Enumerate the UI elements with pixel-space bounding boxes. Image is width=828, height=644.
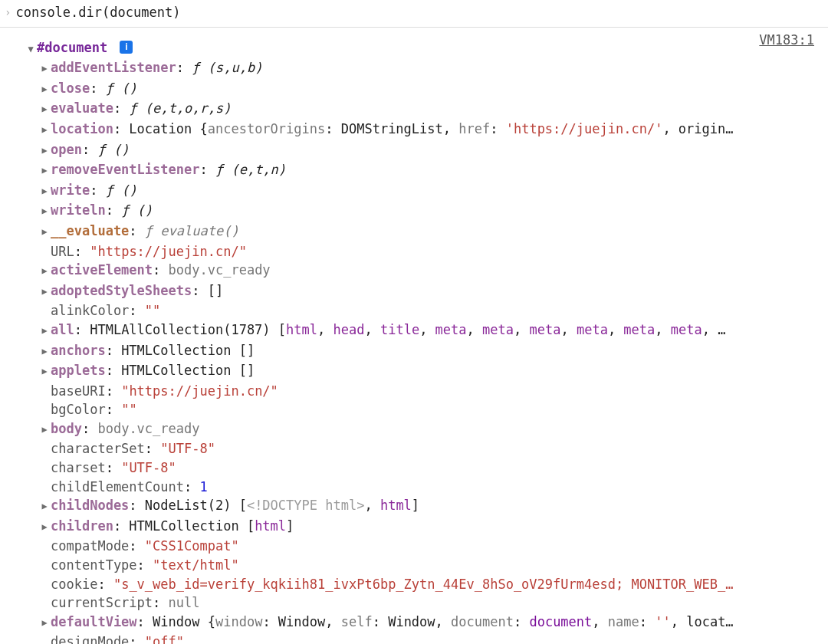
property-value-segment: <!DOCTYPE html> bbox=[247, 498, 365, 513]
property-value-segment: , … bbox=[702, 322, 726, 337]
expand-arrow-right-icon[interactable]: ▶ bbox=[40, 100, 49, 119]
property-row: alinkColor: "" bbox=[40, 301, 828, 320]
property-value-segment: : bbox=[129, 538, 144, 554]
property-value-segment: , bbox=[364, 322, 380, 337]
property-key: designMode bbox=[51, 634, 129, 644]
property-value-segment: : bbox=[199, 162, 215, 177]
expand-arrow-right-icon[interactable]: ▶ bbox=[40, 342, 49, 361]
property-content: removeEventListener: ƒ (e,t,n) bbox=[51, 160, 828, 179]
property-content: childElementCount: 1 bbox=[51, 478, 828, 497]
property-content: addEventListener: ƒ (s,u,b) bbox=[51, 58, 828, 77]
property-key: childNodes bbox=[51, 498, 129, 513]
property-value-segment: head bbox=[334, 322, 365, 337]
tree-root[interactable]: ▼#document i bbox=[26, 38, 828, 59]
expand-arrow-right-icon[interactable]: ▶ bbox=[40, 182, 49, 201]
expand-arrow-right-icon[interactable]: ▶ bbox=[40, 420, 49, 439]
expand-arrow-right-icon[interactable]: ▶ bbox=[40, 59, 49, 78]
expand-arrow-down-icon[interactable]: ▼ bbox=[26, 40, 35, 59]
property-value-segment: , locat… bbox=[671, 614, 734, 629]
property-value-segment: : [] bbox=[192, 283, 223, 298]
property-row[interactable]: ▶addEventListener: ƒ (s,u,b) bbox=[40, 58, 828, 79]
property-row[interactable]: ▶writeln: ƒ () bbox=[40, 201, 828, 222]
expand-arrow-right-icon[interactable]: ▶ bbox=[40, 362, 49, 381]
property-value-segment: "off" bbox=[145, 634, 184, 644]
expand-arrow-right-icon[interactable]: ▶ bbox=[40, 321, 49, 340]
property-content: __evaluate: ƒ evaluate() bbox=[51, 222, 828, 241]
property-row[interactable]: ▶evaluate: ƒ (e,t,o,r,s) bbox=[40, 99, 828, 120]
property-row: characterSet: "UTF-8" bbox=[40, 439, 828, 458]
property-row[interactable]: ▶body: body.vc_ready bbox=[40, 419, 828, 440]
property-row[interactable]: ▶anchors: HTMLCollection [] bbox=[40, 341, 828, 362]
property-key: open bbox=[51, 142, 82, 157]
property-row: charset: "UTF-8" bbox=[40, 458, 828, 478]
property-row[interactable]: ▶close: ƒ () bbox=[40, 79, 828, 100]
property-value-segment: : bbox=[106, 202, 121, 218]
property-key: contentType bbox=[51, 557, 137, 573]
expand-arrow-right-icon[interactable]: ▶ bbox=[40, 282, 49, 301]
property-value-segment: : bbox=[90, 80, 105, 96]
property-key: URL bbox=[51, 244, 74, 259]
property-key: location bbox=[51, 121, 113, 136]
property-row: compatMode: "CSS1Compat" bbox=[40, 537, 828, 556]
property-value-segment: : Window, bbox=[373, 614, 451, 629]
property-value-segment: : bbox=[129, 634, 144, 644]
property-content: writeln: ƒ () bbox=[51, 201, 828, 220]
property-row[interactable]: ▶defaultView: Window {window: Window, se… bbox=[40, 613, 828, 633]
expand-arrow-right-icon[interactable]: ▶ bbox=[40, 613, 49, 632]
expand-arrow-right-icon[interactable]: ▶ bbox=[40, 80, 49, 99]
property-value-segment: , origin… bbox=[662, 121, 733, 136]
property-row[interactable]: ▶all: HTMLAllCollection(1787) [html, hea… bbox=[40, 320, 828, 341]
property-value-segment: , bbox=[467, 322, 482, 337]
property-value-segment: window bbox=[215, 614, 262, 629]
property-value-segment: : bbox=[153, 262, 168, 278]
property-key: applets bbox=[51, 363, 106, 378]
info-icon[interactable]: i bbox=[120, 41, 133, 54]
property-row[interactable]: ▶write: ƒ () bbox=[40, 181, 828, 202]
expand-arrow-right-icon[interactable]: ▶ bbox=[40, 222, 49, 242]
expand-arrow-right-icon[interactable]: ▶ bbox=[40, 120, 49, 140]
property-value-segment: : bbox=[74, 244, 90, 259]
property-value-segment: : HTMLCollection [] bbox=[106, 343, 255, 358]
property-value-segment: : bbox=[113, 100, 129, 116]
property-content: activeElement: body.vc_ready bbox=[51, 261, 828, 280]
property-value-segment: "" bbox=[145, 303, 160, 318]
property-row[interactable]: ▶children: HTMLCollection [html] bbox=[40, 517, 828, 537]
property-row[interactable]: ▶location: Location {ancestorOrigins: DO… bbox=[40, 120, 828, 140]
expand-arrow-right-icon[interactable]: ▶ bbox=[40, 518, 49, 537]
property-value-segment: null bbox=[169, 595, 200, 610]
expand-arrow-right-icon[interactable]: ▶ bbox=[40, 261, 49, 281]
expand-arrow-right-icon[interactable]: ▶ bbox=[40, 161, 49, 180]
console-input-code[interactable]: console.dir(document) bbox=[15, 3, 180, 22]
property-row[interactable]: ▶activeElement: body.vc_ready bbox=[40, 261, 828, 281]
property-row[interactable]: ▶adoptedStyleSheets: [] bbox=[40, 281, 828, 302]
property-row[interactable]: ▶removeEventListener: ƒ (e,t,n) bbox=[40, 160, 828, 181]
property-content: cookie: "s_v_web_id=verify_kqkiih81_ivxP… bbox=[51, 575, 828, 594]
property-content: children: HTMLCollection [html] bbox=[51, 517, 828, 536]
property-key: bgColor bbox=[51, 402, 106, 417]
code-args: (document) bbox=[102, 5, 180, 20]
property-row[interactable]: ▶__evaluate: ƒ evaluate() bbox=[40, 222, 828, 242]
property-value-segment: ƒ () bbox=[106, 80, 137, 96]
property-value-segment: : bbox=[184, 479, 199, 495]
property-value-segment: '' bbox=[655, 614, 670, 629]
expand-arrow-right-icon[interactable]: ▶ bbox=[40, 141, 49, 160]
expand-arrow-right-icon[interactable]: ▶ bbox=[40, 202, 49, 221]
property-value-segment: ƒ evaluate() bbox=[145, 223, 239, 238]
property-row[interactable]: ▶applets: HTMLCollection [] bbox=[40, 361, 828, 382]
property-value-segment: : bbox=[106, 402, 121, 417]
property-row[interactable]: ▶open: ƒ () bbox=[40, 140, 828, 161]
property-row[interactable]: ▶childNodes: NodeList(2) [<!DOCTYPE html… bbox=[40, 496, 828, 517]
property-value-segment: meta bbox=[623, 322, 655, 337]
property-key: anchors bbox=[51, 343, 106, 358]
property-value-segment: : bbox=[106, 383, 121, 399]
property-value-segment: document bbox=[529, 614, 592, 629]
property-value-segment: : bbox=[129, 303, 144, 318]
property-value-segment: "CSS1Compat" bbox=[145, 538, 239, 554]
property-value-segment: : bbox=[137, 557, 153, 573]
expand-arrow-right-icon[interactable]: ▶ bbox=[40, 497, 49, 516]
property-key: activeElement bbox=[51, 262, 153, 278]
property-value-segment: meta bbox=[482, 322, 514, 337]
property-value-segment: 1 bbox=[199, 479, 207, 495]
property-key: characterSet bbox=[51, 441, 145, 456]
property-key: close bbox=[51, 80, 90, 96]
